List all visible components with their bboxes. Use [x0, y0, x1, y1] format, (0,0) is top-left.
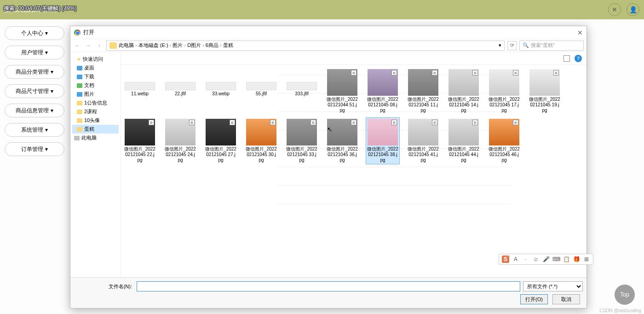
- thumbnail-badge: B: [149, 120, 154, 125]
- folder-icon: [109, 42, 117, 49]
- ime-icon-8[interactable]: ⊞: [583, 256, 590, 263]
- file-open-dialog: 打开 ✕ ← → ↑ 此电脑 › 本地磁盘 (E:) › 图片 › D图片 › …: [70, 26, 587, 308]
- tree-item[interactable]: 2课程: [72, 107, 119, 116]
- search-input[interactable]: 🔍 搜索"蛋糕": [519, 41, 584, 51]
- sidebar-item-3[interactable]: 商品尺寸管理 ▾: [5, 84, 64, 98]
- sidebar-item-1[interactable]: 用户管理 ▾: [5, 46, 64, 59]
- chrome-icon: [74, 29, 80, 36]
- file-item[interactable]: 22.jfif: [163, 68, 197, 115]
- breadcrumb-segment[interactable]: D图片: [187, 42, 201, 48]
- thumbnail-badge: B: [391, 120, 397, 125]
- folder-icon: [77, 118, 82, 123]
- file-item[interactable]: B微信图片_202202121045 11.jpg: [406, 68, 440, 115]
- file-item[interactable]: B微信图片_202202121045 38.jpg: [366, 117, 400, 164]
- file-thumbnail: B: [206, 119, 236, 145]
- sidebar-item-4[interactable]: 商品信息管理 ▾: [5, 104, 64, 117]
- breadcrumb-segment[interactable]: 此电脑: [119, 42, 134, 48]
- tree-item[interactable]: 蛋糕: [72, 125, 119, 134]
- file-name: 微信图片_202202121045 33.jpg: [286, 146, 317, 163]
- breadcrumb-segment[interactable]: 本地磁盘 (E:): [138, 42, 168, 48]
- file-item[interactable]: B微信图片_202202121045 44.jpg: [447, 117, 481, 164]
- file-name: 微信图片_202202121045 38.jpg: [367, 146, 398, 163]
- dialog-bottom-bar: 文件名(N): 所有文件 (*.*) 打开(O) 取消: [70, 277, 586, 308]
- overlay-search-text: 搜索: 00:04:07(关键帧) (49%): [4, 5, 77, 12]
- breadcrumb-segment[interactable]: 图片: [172, 42, 183, 48]
- file-item[interactable]: B微信图片_202202121045 24.jpg: [163, 117, 197, 164]
- tree-this-pc[interactable]: 此电脑: [72, 134, 119, 142]
- ime-icon-3[interactable]: ☺: [532, 256, 540, 263]
- file-item[interactable]: B微信图片_202202121045 19.jpg: [528, 68, 562, 115]
- nav-back-icon[interactable]: ←: [73, 41, 81, 50]
- file-item[interactable]: 11.webp: [123, 68, 157, 115]
- file-filter-select[interactable]: 所有文件 (*.*): [523, 281, 583, 291]
- file-thumbnail: B: [408, 119, 438, 145]
- tree-item[interactable]: 下载: [72, 72, 119, 81]
- file-name: 11.webp: [131, 91, 149, 97]
- folder-icon: [77, 127, 82, 132]
- file-item[interactable]: B微信图片_202202121045 30.jpg: [244, 117, 278, 164]
- app-topbar: 蛋糕商品管理系统 ✕ 👤: [0, 0, 644, 19]
- file-thumbnail: [206, 82, 236, 90]
- nav-up-icon[interactable]: ↑: [95, 41, 104, 50]
- thumbnail-badge: B: [351, 70, 356, 76]
- file-item[interactable]: 55.jfif: [244, 68, 278, 115]
- help-icon[interactable]: ?: [575, 55, 582, 62]
- breadcrumb-dropdown-icon[interactable]: ▾: [499, 42, 501, 48]
- tree-quick-access[interactable]: ★快速访问: [72, 55, 119, 64]
- file-item[interactable]: B微信图片_202202121045 41.jpg: [406, 117, 440, 164]
- folder-tree: ★快速访问桌面下载文档图片1公告信息2课程10头像蛋糕此电脑: [70, 52, 121, 277]
- breadcrumb-segment[interactable]: 蛋糕: [223, 42, 233, 48]
- nav-forward-icon[interactable]: →: [84, 41, 92, 50]
- file-item[interactable]: B微信图片_202202121045 08.jpg: [366, 68, 400, 115]
- open-button[interactable]: 打开(O): [520, 294, 548, 304]
- dialog-close-button[interactable]: ✕: [577, 29, 583, 36]
- nav-refresh-icon[interactable]: ⟳: [507, 41, 517, 50]
- cancel-button[interactable]: 取消: [552, 294, 580, 304]
- ime-icon-7[interactable]: 🎁: [573, 256, 580, 263]
- sidebar-item-5[interactable]: 系统管理 ▾: [5, 123, 64, 137]
- back-to-top-button[interactable]: Top: [615, 285, 635, 305]
- file-item[interactable]: B微信图片_202202121045 36.jpg: [325, 117, 359, 164]
- ime-icon-2[interactable]: ·: [522, 256, 529, 263]
- file-item[interactable]: B微信图片_202202121044 51.jpg: [325, 68, 359, 115]
- file-item[interactable]: 33.webp: [204, 68, 238, 115]
- tree-item[interactable]: 桌面: [72, 64, 119, 72]
- file-item[interactable]: B微信图片_202202121045 22.jpg: [123, 117, 157, 164]
- file-item[interactable]: 333.jfif: [285, 68, 319, 115]
- ime-icon-4[interactable]: 🎤: [542, 256, 550, 263]
- file-name: 33.webp: [212, 91, 230, 97]
- thumbnail-badge: B: [472, 120, 478, 125]
- ime-icon-6[interactable]: 📋: [563, 256, 570, 263]
- ime-icon-0[interactable]: S: [502, 256, 509, 263]
- view-mode-icon[interactable]: [564, 55, 570, 62]
- folder-icon: [77, 101, 82, 105]
- tree-item[interactable]: 文档: [72, 81, 119, 90]
- ime-icon-5[interactable]: ⌨: [552, 256, 560, 263]
- file-item[interactable]: B微信图片_202202121045 27.jpg: [204, 117, 238, 164]
- ime-icon-1[interactable]: A: [512, 256, 519, 263]
- file-name: 微信图片_202202121045 36.jpg: [327, 146, 358, 163]
- dialog-titlebar: 打开 ✕: [70, 26, 586, 39]
- thumbnail-badge: B: [513, 70, 518, 76]
- breadcrumb[interactable]: 此电脑 › 本地磁盘 (E:) › 图片 › D图片 › 6商品 › 蛋糕 ▾: [106, 41, 505, 51]
- file-item[interactable]: B微信图片_202202121045 14.jpg: [447, 68, 481, 115]
- topbar-user-icon[interactable]: 👤: [627, 3, 639, 16]
- tree-item[interactable]: 10头像: [72, 116, 119, 125]
- file-name: 55.jfif: [256, 91, 267, 97]
- file-name: 微信图片_202202121045 14.jpg: [448, 97, 479, 113]
- sidebar-item-6[interactable]: 订单管理 ▾: [5, 142, 64, 156]
- tree-item[interactable]: 1公告信息: [72, 99, 119, 107]
- file-area: ? 11.webp22.jfif33.webp55.jfif333.jfifB微…: [121, 52, 586, 277]
- tree-item[interactable]: 图片: [72, 90, 119, 99]
- file-thumbnail: B: [489, 69, 519, 96]
- filename-input[interactable]: [137, 281, 520, 291]
- file-item[interactable]: B微信图片_202202121045 46.jpg: [487, 117, 521, 164]
- breadcrumb-segment[interactable]: 6商品: [206, 42, 218, 48]
- topbar-close-icon[interactable]: ✕: [608, 3, 621, 16]
- sidebar-item-2[interactable]: 商品分类管理 ▾: [5, 65, 64, 79]
- file-item[interactable]: B微信图片_202202121045 33.jpg: [285, 117, 319, 164]
- filename-label: 文件名(N):: [74, 283, 134, 290]
- file-name: 微信图片_202202121045 24.jpg: [165, 146, 196, 163]
- sidebar-item-0[interactable]: 个人中心 ▾: [5, 26, 64, 40]
- file-item[interactable]: B微信图片_202202121045 17.jpg: [487, 68, 521, 115]
